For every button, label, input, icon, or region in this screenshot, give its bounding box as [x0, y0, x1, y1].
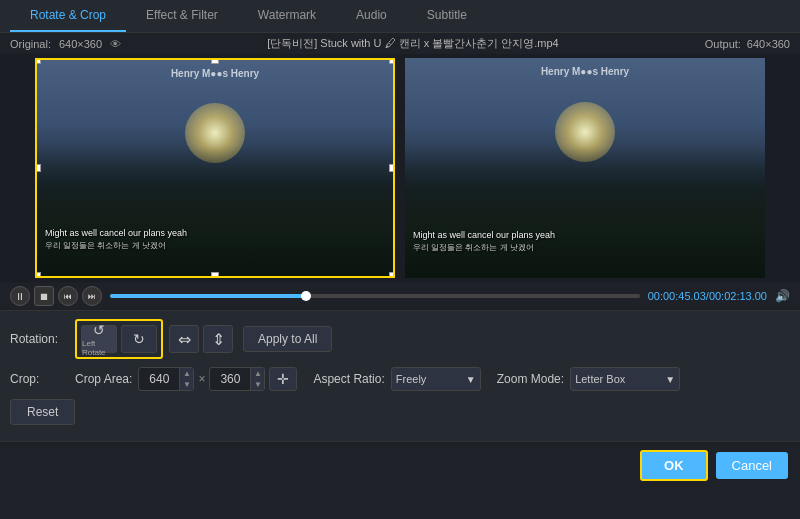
- tab-audio[interactable]: Audio: [336, 0, 407, 32]
- left-video-container: Henry M●●s Henry Might as well cancel ou…: [35, 58, 395, 278]
- eye-icon[interactable]: 👁: [110, 38, 121, 50]
- output-label: Output:: [705, 38, 741, 50]
- crop-width-input-group: ▲ ▼: [138, 367, 194, 391]
- apply-to-all-button[interactable]: Apply to All: [243, 326, 332, 352]
- right-rotate-button[interactable]: ↻: [121, 325, 157, 353]
- tab-rotate-crop[interactable]: Rotate & Crop: [10, 0, 126, 32]
- tab-subtitle[interactable]: Subtitle: [407, 0, 487, 32]
- crop-handle-bl[interactable]: [35, 272, 41, 278]
- crop-area-label-group: Crop Area:: [75, 372, 132, 386]
- aspect-dropdown-chevron: ▼: [466, 374, 476, 385]
- crop-handle-tm[interactable]: [211, 58, 219, 64]
- left-video-bg: Henry M●●s Henry Might as well cancel ou…: [37, 60, 393, 276]
- watermark-right: Henry M●●s Henry: [541, 66, 629, 77]
- zoom-mode-value: Letter Box: [575, 373, 625, 385]
- right-video-frame: Henry M●●s Henry Might as well cancel ou…: [405, 58, 765, 278]
- crop-row: Crop: Crop Area: ▲ ▼ × ▲ ▼ ✛ Aspect Rati…: [10, 367, 790, 391]
- prev-frame-button[interactable]: ⏮: [58, 286, 78, 306]
- crop-handle-tr[interactable]: [389, 58, 395, 64]
- playback-bar: ⏸ ⏹ ⏮ ⏭ 00:00:45.03/00:02:13.00 🔊: [0, 282, 800, 310]
- dimension-separator: ×: [194, 372, 209, 386]
- next-frame-button[interactable]: ⏭: [82, 286, 102, 306]
- aspect-ratio-dropdown[interactable]: Freely ▼: [391, 367, 481, 391]
- left-rotate-icon: ↺: [93, 322, 105, 338]
- original-label: Original:: [10, 38, 51, 50]
- cancel-button[interactable]: Cancel: [716, 452, 788, 479]
- rotation-buttons-group: ↺ Left Rotate ↻: [75, 319, 163, 359]
- crop-handle-lm[interactable]: [35, 164, 41, 172]
- zoom-mode-group: Zoom Mode: Letter Box ▼: [497, 367, 680, 391]
- subtitle-left: Might as well cancel our plans yeah 우리 일…: [45, 227, 187, 251]
- output-resolution: 640×360: [747, 38, 790, 50]
- stop-button[interactable]: ⏹: [34, 286, 54, 306]
- progress-fill: [110, 294, 306, 298]
- file-name: [단독비전] Stuck with U 🖊 캔리 x 볼빨간사춘기 안지영.mp…: [267, 36, 559, 51]
- crop-width-spinners: ▲ ▼: [179, 368, 193, 390]
- subtitle-right: Might as well cancel our plans yeah 우리 일…: [413, 229, 555, 253]
- zoom-mode-label: Zoom Mode:: [497, 372, 564, 386]
- zoom-mode-dropdown[interactable]: Letter Box ▼: [570, 367, 680, 391]
- flip-h-icon: ⇔: [178, 330, 191, 349]
- volume-icon[interactable]: 🔊: [775, 289, 790, 303]
- crop-area-text: Crop Area:: [75, 372, 132, 386]
- playback-controls: ⏸ ⏹ ⏮ ⏭: [10, 286, 102, 306]
- original-resolution: 640×360: [59, 38, 102, 50]
- crop-width-down[interactable]: ▼: [179, 379, 193, 390]
- crop-handle-tl[interactable]: [35, 58, 41, 64]
- aspect-ratio-value: Freely: [396, 373, 427, 385]
- zoom-dropdown-chevron: ▼: [665, 374, 675, 385]
- watermark-left: Henry M●●s Henry: [171, 68, 259, 79]
- reset-button[interactable]: Reset: [10, 399, 75, 425]
- rotation-row: Rotation: ↺ Left Rotate ↻ ⇔ ⇕ Apply to A…: [10, 319, 790, 359]
- crop-height-input[interactable]: [210, 372, 250, 386]
- pause-button[interactable]: ⏸: [10, 286, 30, 306]
- crop-height-spinners: ▲ ▼: [250, 368, 264, 390]
- left-rotate-label: Left Rotate: [82, 339, 116, 357]
- progress-thumb[interactable]: [301, 291, 311, 301]
- time-display: 00:00:45.03/00:02:13.00: [648, 290, 767, 302]
- grass-left: [37, 146, 393, 276]
- grass-right: [405, 146, 765, 278]
- progress-bar[interactable]: [110, 294, 640, 298]
- crop-handle-rm[interactable]: [389, 164, 395, 172]
- bottom-bar: OK Cancel: [0, 441, 800, 489]
- tab-bar: Rotate & Crop Effect & Filter Watermark …: [0, 0, 800, 33]
- preview-area: Henry M●●s Henry Might as well cancel ou…: [0, 54, 800, 282]
- crop-label: Crop:: [10, 372, 75, 386]
- crop-height-down[interactable]: ▼: [250, 379, 264, 390]
- crop-height-up[interactable]: ▲: [250, 368, 264, 379]
- flip-horizontal-button[interactable]: ⇔: [169, 325, 199, 353]
- controls-area: Rotation: ↺ Left Rotate ↻ ⇔ ⇕ Apply to A…: [0, 310, 800, 441]
- flip-v-icon: ⇕: [212, 330, 225, 349]
- crop-handle-bm[interactable]: [211, 272, 219, 278]
- ok-button[interactable]: OK: [640, 450, 708, 481]
- aspect-ratio-group: Aspect Ratio: Freely ▼: [313, 367, 480, 391]
- aspect-ratio-label: Aspect Ratio:: [313, 372, 384, 386]
- center-crop-button[interactable]: ✛: [269, 367, 297, 391]
- crop-height-input-group: ▲ ▼: [209, 367, 265, 391]
- right-rotate-icon: ↻: [133, 331, 145, 347]
- reset-row: Reset: [10, 399, 790, 425]
- left-rotate-button[interactable]: ↺ Left Rotate: [81, 325, 117, 353]
- crop-width-up[interactable]: ▲: [179, 368, 193, 379]
- center-icon: ✛: [277, 371, 289, 387]
- left-video-frame[interactable]: Henry M●●s Henry Might as well cancel ou…: [35, 58, 395, 278]
- tab-effect-filter[interactable]: Effect & Filter: [126, 0, 238, 32]
- crop-width-input[interactable]: [139, 372, 179, 386]
- right-video-container: Henry M●●s Henry Might as well cancel ou…: [405, 58, 765, 278]
- crop-handle-br[interactable]: [389, 272, 395, 278]
- rotation-label: Rotation:: [10, 332, 75, 346]
- tab-watermark[interactable]: Watermark: [238, 0, 336, 32]
- right-video-bg: Henry M●●s Henry Might as well cancel ou…: [405, 58, 765, 278]
- info-bar: Original: 640×360 👁 [단독비전] Stuck with U …: [0, 33, 800, 54]
- flip-vertical-button[interactable]: ⇕: [203, 325, 233, 353]
